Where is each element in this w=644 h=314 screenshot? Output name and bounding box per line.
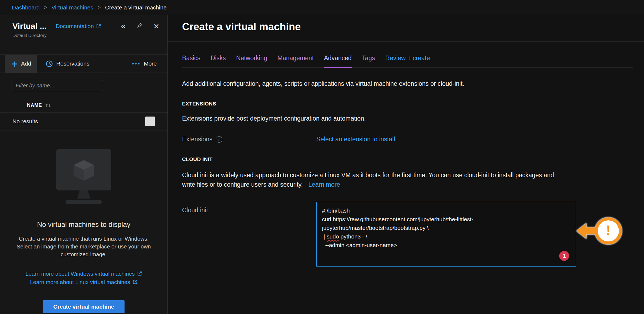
breadcrumb-current-page: Create a virtual machine (105, 4, 167, 11)
learn-windows-vm-link[interactable]: Learn more about Windows virtual machine… (25, 269, 142, 278)
page-title: Create a virtual machine (182, 21, 644, 33)
main-content: Create a virtual machine Basics Disks Ne… (168, 15, 644, 314)
no-results-row: No results. (0, 113, 167, 131)
spellcheck-underlined-word: sudo (327, 233, 339, 240)
cloud-init-section-heading: CLOUD INIT (182, 156, 633, 162)
tutorial-pointer-annotation: ! (576, 217, 622, 244)
external-link-icon (96, 24, 101, 29)
learn-linux-vm-link[interactable]: Learn more about Linux virtual machines (30, 278, 137, 286)
vm-monitor-illustration (42, 149, 125, 207)
cloud-init-field-label: Cloud init (182, 207, 208, 214)
add-button[interactable]: + Add (5, 55, 37, 73)
panel-header: Virtual ... Documentation « (0, 15, 167, 54)
name-column-header[interactable]: NAME ↑↓ (0, 103, 167, 108)
breadcrumb-virtual-machines[interactable]: Virtual machines (51, 4, 93, 11)
panel-toolbar: + Add Reservations ••• More (0, 54, 167, 73)
tab-basics[interactable]: Basics (182, 54, 200, 68)
azure-portal-screen: Dashboard > Virtual machines > Create a … (0, 0, 644, 314)
documentation-link-label: Documentation (56, 23, 94, 29)
cloud-init-field-row: Cloud init #!/bin/bash curl https://raw.… (182, 202, 633, 267)
pin-panel-button[interactable] (136, 22, 143, 30)
external-link-icon (132, 279, 137, 285)
cloud-init-textarea[interactable]: #!/bin/bash curl https://raw.githubuserc… (316, 202, 576, 267)
empty-state-description: Create a virtual machine that runs Linux… (13, 235, 155, 258)
name-column-label: NAME (27, 103, 42, 108)
plus-icon: + (11, 59, 18, 69)
close-panel-button[interactable]: ✕ (153, 23, 159, 30)
cloud-init-code-line: curl https://raw.githubusercontent.com/j… (322, 215, 570, 224)
reservations-button-label: Reservations (56, 60, 89, 67)
info-icon[interactable]: i (216, 136, 222, 143)
cloud-init-code-line: | sudo python3 - \ (322, 232, 570, 241)
breadcrumb-dashboard[interactable]: Dashboard (12, 4, 40, 11)
empty-state: No virtual machines to display Create a … (0, 149, 167, 313)
tab-tags[interactable]: Tags (362, 54, 375, 68)
select-checkbox[interactable] (145, 117, 155, 126)
overflow-dots-icon: ••• (132, 60, 140, 67)
more-button[interactable]: ••• More (126, 55, 157, 73)
collapse-panel-button[interactable]: « (121, 22, 126, 30)
tab-management[interactable]: Management (277, 54, 314, 68)
no-results-label: No results. (12, 118, 39, 124)
extensions-field-label: Extensions (182, 136, 213, 143)
panel-title: Virtual ... (12, 22, 46, 31)
annotation-arrow-icon (576, 223, 598, 239)
extensions-section-heading: EXTENSIONS (182, 101, 633, 107)
filter-input[interactable] (12, 80, 103, 91)
cloud-init-code-line: #!/bin/bash (322, 206, 570, 215)
external-link-icon (137, 271, 142, 276)
learn-windows-vm-label: Learn more about Windows virtual machine… (25, 269, 135, 278)
directory-subtitle: Default Directory (12, 33, 159, 38)
tab-review-create[interactable]: Review + create (385, 54, 430, 68)
tab-networking[interactable]: Networking (236, 54, 267, 68)
annotation-exclamation-icon: ! (595, 217, 622, 244)
cloud-init-section-description: Cloud init is a widely used approach to … (182, 170, 560, 189)
cloud-init-code-line: --admin <admin-user-name> (322, 241, 570, 250)
tab-disks[interactable]: Disks (211, 54, 226, 68)
cloud-init-learn-more-link[interactable]: Learn more (308, 181, 340, 188)
sort-icon: ↑↓ (45, 103, 51, 108)
divider (168, 41, 644, 42)
documentation-link[interactable]: Documentation (56, 23, 101, 29)
empty-state-title: No virtual machines to display (11, 220, 157, 229)
more-button-label: More (144, 60, 157, 67)
clock-icon (46, 60, 53, 67)
virtual-machines-panel: Virtual ... Documentation « (0, 15, 168, 314)
wizard-tabs: Basics Disks Networking Management Advan… (182, 54, 633, 68)
extensions-field-row: Extensions i Select an extension to inst… (182, 136, 633, 143)
advanced-tab-intro: Add additional configuration, agents, sc… (182, 80, 633, 87)
breadcrumb: Dashboard > Virtual machines > Create a … (0, 0, 644, 15)
breadcrumb-separator-icon: > (98, 4, 101, 11)
pin-icon (136, 22, 143, 29)
select-extension-link[interactable]: Select an extension to install (316, 136, 633, 143)
create-virtual-machine-button[interactable]: Create virtual machine (43, 300, 124, 313)
learn-linux-vm-label: Learn more about Linux virtual machines (30, 278, 130, 286)
extensions-section-description: Extensions provide post-deployment confi… (182, 115, 633, 122)
breadcrumb-separator-icon: > (44, 4, 47, 11)
reservations-button[interactable]: Reservations (40, 55, 95, 73)
tab-advanced[interactable]: Advanced (324, 54, 351, 68)
add-button-label: Add (21, 60, 31, 67)
tutorial-step-badge: 1 (559, 251, 569, 261)
cloud-init-description-text: Cloud init is a widely used approach to … (182, 172, 554, 188)
cloud-init-code-line: jupyterhub/master/bootstrap/bootstrap.py… (322, 224, 570, 232)
